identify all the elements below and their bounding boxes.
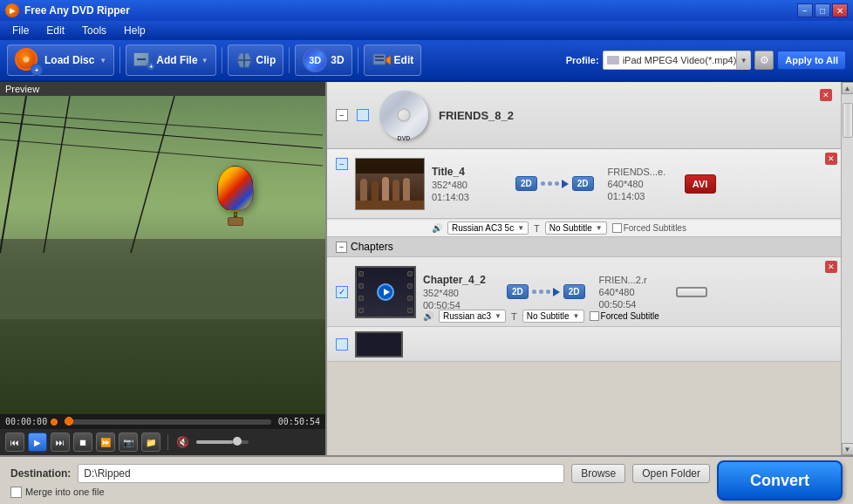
chapter-subtitle-arrow: ▼ (573, 312, 580, 320)
chapter-play-button[interactable] (377, 283, 394, 301)
play-button[interactable]: ▶ (28, 432, 47, 452)
menu-edit[interactable]: Edit (39, 23, 72, 38)
fast-forward-button[interactable]: ⏩ (96, 432, 115, 452)
3d-label: 3D (331, 54, 344, 66)
menu-tools[interactable]: Tools (75, 23, 113, 38)
chapter-output-dims: 640*480 (599, 287, 669, 297)
disc-item: − DVD FRIENDS_8_2 ✕ (327, 82, 841, 149)
film-hole (407, 296, 413, 301)
convert-button[interactable]: Convert (717, 460, 843, 501)
audio-dropdown-arrow: ▼ (517, 224, 524, 232)
play-triangle-icon (384, 289, 390, 296)
chapter-forced-checkbox[interactable] (590, 311, 599, 321)
scroll-up-button[interactable]: ▲ (842, 82, 854, 94)
next-frame-button[interactable]: ⏭ (51, 432, 70, 452)
apply-all-button[interactable]: Apply to All (777, 51, 846, 70)
chapter-subtitle-value: No Subtitle (527, 311, 570, 321)
volume-thumb[interactable] (233, 437, 242, 446)
dest-input[interactable] (78, 464, 564, 483)
subtitle-select[interactable]: No Subtitle ▼ (545, 221, 607, 235)
partial-checkbox[interactable] (336, 338, 348, 351)
svg-rect-4 (375, 56, 384, 58)
title-expand-button[interactable]: − (336, 158, 348, 170)
svg-rect-5 (375, 59, 384, 61)
title-close-button[interactable]: ✕ (825, 153, 837, 165)
browse-button[interactable]: Browse (571, 464, 625, 483)
chapter-close-button[interactable]: ✕ (825, 261, 837, 273)
volume-icon[interactable]: 🔇 (175, 435, 189, 449)
profile-dropdown-arrow[interactable]: ▼ (736, 51, 750, 69)
title-info: Title_4 352*480 01:14:03 (432, 166, 502, 202)
badge-2d-out: 2D (572, 176, 594, 191)
chapter-format-badge[interactable] (676, 287, 707, 297)
expand-minus-icon: − (339, 111, 345, 120)
dvd-disc-icon: DVD (378, 89, 430, 141)
clip-button[interactable]: Clip (228, 44, 284, 76)
merge-checkbox[interactable] (10, 487, 22, 498)
volume-separator (167, 434, 168, 450)
badge-2d-in: 2D (515, 176, 537, 191)
chapter-subtitle-select[interactable]: No Subtitle ▼ (522, 310, 584, 323)
scroll-down-button[interactable]: ▼ (842, 443, 854, 455)
chapters-bar: − Chapters (327, 236, 841, 257)
menu-help[interactable]: Help (117, 23, 153, 38)
film-holes-right (407, 268, 413, 317)
menu-file[interactable]: File (5, 23, 36, 38)
title-item: ✕ − (327, 149, 841, 219)
load-disc-button[interactable]: + Load Disc ▼ (7, 44, 114, 76)
3d-button[interactable]: 3D 3D (295, 44, 351, 76)
balloon-basket (228, 217, 243, 226)
subtitle-value: No Subtitle (549, 223, 592, 233)
arrow-area: 2D 2D (508, 176, 601, 191)
chapter-name: Chapter_4_2 (423, 274, 493, 286)
menubar: File Edit Tools Help (0, 21, 853, 40)
scroll-thumb[interactable] (843, 103, 853, 138)
add-file-button[interactable]: + Add File ▼ (126, 44, 215, 76)
chapter-audio-icon: 🔊 (423, 311, 433, 321)
arrow-right-icon (562, 180, 569, 188)
dot-1 (541, 181, 545, 186)
audio-select[interactable]: Russian AC3 5c ▼ (447, 221, 529, 235)
forced-subtitle: Forced Subtitles (612, 223, 686, 233)
clip-icon (235, 51, 253, 69)
progress-bar[interactable] (65, 419, 271, 425)
app-icon: ▶ (5, 3, 19, 17)
format-badge[interactable]: AVI (685, 174, 716, 194)
edit-label: Edit (394, 54, 414, 66)
disc-checkbox[interactable] (357, 109, 369, 121)
chapter-audio-arrow: ▼ (495, 312, 502, 320)
snapshot-button[interactable]: 📷 (119, 432, 138, 452)
stop-button[interactable]: ⏹ (73, 432, 92, 452)
disc-close-button[interactable]: ✕ (820, 89, 832, 101)
chapter-forced-subtitle: Forced Subtitle (590, 311, 659, 321)
chapters-checkbox[interactable]: − (336, 242, 347, 253)
chapter-checkbox[interactable]: ✓ (336, 286, 348, 298)
subtitle-icon: T (534, 223, 540, 234)
edit-icon (372, 51, 391, 69)
dest-label: Destination: (10, 467, 71, 480)
output-duration: 01:14:03 (608, 191, 678, 201)
minimize-button[interactable]: − (797, 3, 813, 17)
separator-2 (222, 47, 222, 73)
folder-button[interactable]: 📁 (141, 432, 160, 452)
profile-select[interactable]: iPad MPEG4 Video(*.mp4) ▼ (603, 51, 752, 70)
preview-controls: 00:00:00 00:50:54 (0, 414, 325, 429)
file-list: − DVD FRIENDS_8_2 ✕ ✕ (327, 82, 841, 455)
expand-checkbox[interactable]: − (336, 109, 348, 121)
forced-subtitle-checkbox[interactable] (612, 223, 622, 233)
ch-arrow-right-icon (553, 288, 560, 296)
maximize-button[interactable]: □ (815, 3, 830, 17)
merge-area: Merge into one file (10, 487, 710, 498)
open-folder-button[interactable]: Open Folder (632, 464, 710, 483)
progress-thumb[interactable] (65, 417, 73, 426)
edit-button[interactable]: Edit (364, 44, 422, 76)
close-button[interactable]: ✕ (832, 3, 848, 17)
clip-label: Clip (256, 54, 276, 66)
chapter-audio-select[interactable]: Russian ac3 ▼ (439, 310, 506, 323)
scroll-track[interactable] (842, 94, 854, 443)
title-dims: 352*480 (432, 180, 502, 190)
audio-value: Russian AC3 5c (452, 223, 514, 233)
settings-button[interactable]: ⚙ (754, 51, 774, 70)
volume-slider[interactable] (196, 440, 249, 444)
prev-button[interactable]: ⏮ (5, 432, 24, 452)
